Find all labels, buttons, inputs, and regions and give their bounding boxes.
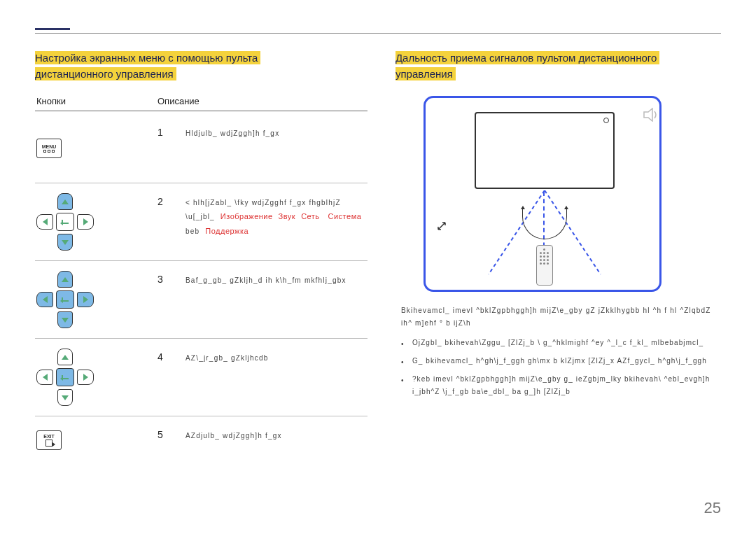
exit-arrow-icon [46, 440, 52, 447]
exit-button-icon: EXIT [36, 430, 62, 450]
bullet-list: • OjZgbl_ bkihevah\Zggu_ [ZlZj_b \ g_^hk… [401, 337, 721, 398]
menu-item: Сеть [301, 212, 319, 220]
dpad-down-icon [57, 389, 73, 406]
remote-control-icon [536, 245, 553, 286]
bullet-icon: • [401, 373, 405, 398]
dpad-icon [36, 193, 94, 251]
list-item: • OjZgbl_ bkihevah\Zggu_ [ZlZj_b \ g_^hk… [401, 337, 721, 351]
bullet-icon: • [401, 355, 405, 369]
col-header-buttons: Кнопки [35, 96, 158, 106]
dpad-left-icon [36, 214, 53, 230]
table-top-rule [35, 111, 368, 111]
dpad-right-icon [77, 214, 94, 230]
right-column: Дальность приема сигналов пультом дистан… [396, 50, 721, 457]
dpad-enter-icon [56, 368, 74, 386]
desc-part: beb [186, 227, 200, 235]
dpad-enter-icon [56, 213, 74, 231]
button-cell [35, 271, 158, 328]
button-cell [35, 193, 158, 251]
left-heading: Настройка экранных меню с помощью пульта… [35, 50, 368, 82]
usage-paragraph: Bkihevamcl_ imevl ^bklZgpbhggh]h mijZ\e_… [401, 304, 721, 330]
row-number: 5 [158, 426, 186, 440]
dpad-icon [36, 271, 94, 328]
header-rule [35, 33, 721, 34]
row-description: < hlh[jZabl_ \fky wdjZgghf f_gx fhgblhjZ… [186, 193, 368, 239]
heading-line2: управления [396, 67, 456, 80]
menu-item: Изображение [220, 212, 273, 220]
row-number: 2 [158, 193, 186, 207]
button-cell [35, 349, 158, 406]
button-cell: MENU [35, 124, 158, 173]
dpad-up-icon [57, 271, 73, 288]
dpad-down-icon [57, 234, 73, 251]
heading-line1: Дальность приема сигналов пультом дистан… [396, 51, 659, 64]
dpad-down-icon [57, 311, 73, 328]
bullet-icon: • [401, 337, 405, 351]
page-number: 25 [704, 499, 721, 517]
left-column: Настройка экранных меню с помощью пульта… [35, 50, 368, 457]
button-cell: EXIT [35, 426, 158, 454]
table-row: EXIT 5 AZdjulb_ wdjZggh]h f_gx [35, 416, 368, 457]
table-row: 4 AZ\_jr_gb_ gZkljhcdb [35, 339, 368, 416]
desc-part: \u[_jbl_ [186, 213, 215, 220]
heading-line2: дистанционного управления [35, 67, 176, 80]
dpad-right-icon [77, 370, 94, 385]
heading-line1: Настройка экранных меню с помощью пульта [35, 51, 260, 64]
table-row: MENU 1 Hldjulb_ wdjZggh]h f_gx [35, 114, 368, 183]
row-description: AZdjulb_ wdjZggh]h f_gx [186, 426, 368, 442]
row-description: AZ\_jr_gb_ gZkljhcdb [186, 349, 368, 365]
bullet-text: G_ bkihevamcl_ h^gh\j_f_ggh gh\mx b klZj… [412, 355, 721, 369]
menu-item: Звук [279, 212, 296, 220]
dpad-icon [36, 349, 94, 406]
dpad-enter-icon [56, 290, 74, 309]
dpad-up-icon [57, 193, 73, 210]
row-number: 3 [158, 271, 186, 285]
table-row: 3 Baf_g_gb_ gZkljh_d ih k\h_fm mkfhlj_gb… [35, 261, 368, 338]
row-description: Baf_g_gb_ gZkljh_d ih k\h_fm mkfhlj_gbx [186, 271, 368, 287]
dpad-left-icon [36, 370, 53, 385]
table-headers: Кнопки Описание [35, 96, 368, 106]
row-description: Hldjulb_ wdjZggh]h f_gx [186, 124, 368, 140]
menu-item: Поддержка [205, 227, 248, 235]
row-number: 4 [158, 349, 186, 363]
dpad-left-icon [36, 292, 53, 307]
range-diagram [424, 96, 662, 292]
content-columns: Настройка экранных меню с помощью пульта… [35, 50, 721, 457]
right-heading: Дальность приема сигналов пультом дистан… [396, 50, 721, 82]
tv-icon [475, 112, 615, 189]
table-row: 2 < hlh[jZabl_ \fky wdjZgghf f_gx fhgblh… [35, 183, 368, 260]
menu-label: MENU [42, 144, 57, 149]
menu-button-icon: MENU [36, 139, 62, 158]
list-item: • G_ bkihevamcl_ h^gh\j_f_ggh gh\mx b kl… [401, 355, 721, 369]
bullet-text: OjZgbl_ bkihevah\Zggu_ [ZlZj_b \ g_^hklm… [412, 337, 721, 351]
list-item: • ?keb imevl ^bklZgpbhggh]h mijZ\e_gby g… [401, 373, 721, 398]
header-accent [35, 28, 70, 30]
menu-item: Система [328, 212, 362, 220]
col-header-desc: Описание [158, 96, 368, 106]
row-number: 1 [158, 124, 186, 138]
exit-label: EXIT [43, 434, 55, 439]
dpad-up-icon [57, 349, 73, 365]
bullet-text: ?keb imevl ^bklZgpbhggh]h mijZ\e_gby g_ … [412, 373, 721, 398]
distance-arrow-icon [437, 221, 447, 233]
dpad-right-icon [77, 292, 94, 307]
desc-part: < hlh[jZabl_ \fky wdjZgghf f_gx fhgblhjZ [186, 199, 341, 206]
